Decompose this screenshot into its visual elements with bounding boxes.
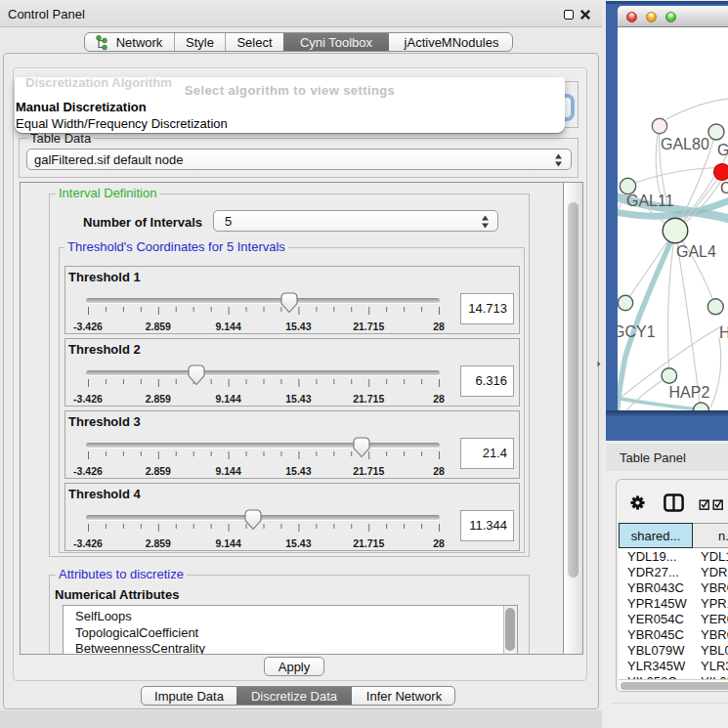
svg-text:GAL4: GAL4: [676, 243, 716, 260]
svg-text:C: C: [720, 180, 728, 196]
svg-text:GA: GA: [717, 142, 728, 158]
svg-text:GAL11: GAL11: [626, 193, 674, 209]
svg-text:HAP2: HAP2: [669, 384, 710, 401]
svg-text:GCY1: GCY1: [618, 323, 656, 340]
svg-text:HA: HA: [719, 324, 728, 341]
svg-text:GAL80: GAL80: [661, 136, 709, 152]
